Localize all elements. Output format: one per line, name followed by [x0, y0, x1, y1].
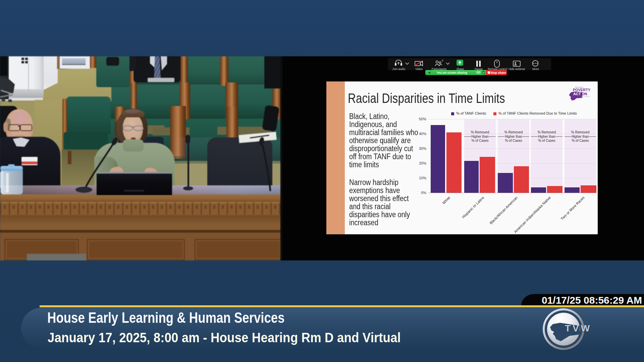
- svg-text:9: 9: [442, 59, 443, 62]
